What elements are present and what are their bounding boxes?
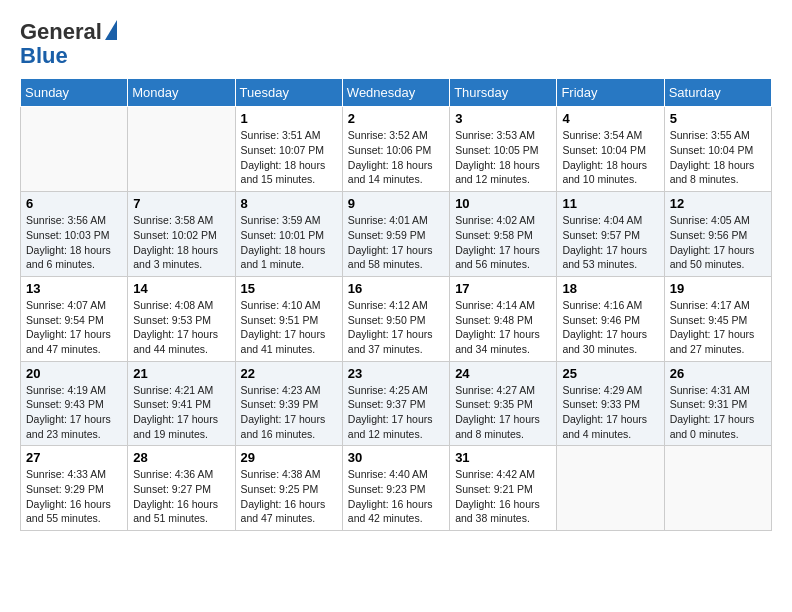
day-number: 11 bbox=[562, 196, 658, 211]
calendar-cell: 31Sunrise: 4:42 AM Sunset: 9:21 PM Dayli… bbox=[450, 446, 557, 531]
calendar-cell: 9Sunrise: 4:01 AM Sunset: 9:59 PM Daylig… bbox=[342, 192, 449, 277]
day-info: Sunrise: 4:19 AM Sunset: 9:43 PM Dayligh… bbox=[26, 383, 122, 442]
day-info: Sunrise: 4:27 AM Sunset: 9:35 PM Dayligh… bbox=[455, 383, 551, 442]
day-info: Sunrise: 4:04 AM Sunset: 9:57 PM Dayligh… bbox=[562, 213, 658, 272]
calendar-cell bbox=[21, 107, 128, 192]
day-info: Sunrise: 4:42 AM Sunset: 9:21 PM Dayligh… bbox=[455, 467, 551, 526]
logo-triangle-icon bbox=[105, 20, 117, 40]
day-number: 22 bbox=[241, 366, 337, 381]
calendar-table: SundayMondayTuesdayWednesdayThursdayFrid… bbox=[20, 78, 772, 531]
day-number: 19 bbox=[670, 281, 766, 296]
day-number: 14 bbox=[133, 281, 229, 296]
weekday-header-saturday: Saturday bbox=[664, 79, 771, 107]
calendar-week-2: 6Sunrise: 3:56 AM Sunset: 10:03 PM Dayli… bbox=[21, 192, 772, 277]
day-info: Sunrise: 3:54 AM Sunset: 10:04 PM Daylig… bbox=[562, 128, 658, 187]
weekday-header-tuesday: Tuesday bbox=[235, 79, 342, 107]
day-info: Sunrise: 4:36 AM Sunset: 9:27 PM Dayligh… bbox=[133, 467, 229, 526]
day-number: 30 bbox=[348, 450, 444, 465]
calendar-cell: 21Sunrise: 4:21 AM Sunset: 9:41 PM Dayli… bbox=[128, 361, 235, 446]
calendar-cell bbox=[128, 107, 235, 192]
logo-blue: Blue bbox=[20, 44, 68, 68]
day-number: 9 bbox=[348, 196, 444, 211]
day-number: 2 bbox=[348, 111, 444, 126]
calendar-cell: 16Sunrise: 4:12 AM Sunset: 9:50 PM Dayli… bbox=[342, 276, 449, 361]
day-info: Sunrise: 4:23 AM Sunset: 9:39 PM Dayligh… bbox=[241, 383, 337, 442]
calendar-week-5: 27Sunrise: 4:33 AM Sunset: 9:29 PM Dayli… bbox=[21, 446, 772, 531]
calendar-cell: 4Sunrise: 3:54 AM Sunset: 10:04 PM Dayli… bbox=[557, 107, 664, 192]
day-number: 24 bbox=[455, 366, 551, 381]
day-info: Sunrise: 4:16 AM Sunset: 9:46 PM Dayligh… bbox=[562, 298, 658, 357]
day-number: 1 bbox=[241, 111, 337, 126]
day-number: 15 bbox=[241, 281, 337, 296]
day-info: Sunrise: 4:38 AM Sunset: 9:25 PM Dayligh… bbox=[241, 467, 337, 526]
calendar-cell: 22Sunrise: 4:23 AM Sunset: 9:39 PM Dayli… bbox=[235, 361, 342, 446]
day-info: Sunrise: 3:51 AM Sunset: 10:07 PM Daylig… bbox=[241, 128, 337, 187]
day-info: Sunrise: 3:58 AM Sunset: 10:02 PM Daylig… bbox=[133, 213, 229, 272]
calendar-week-1: 1Sunrise: 3:51 AM Sunset: 10:07 PM Dayli… bbox=[21, 107, 772, 192]
day-number: 29 bbox=[241, 450, 337, 465]
day-number: 5 bbox=[670, 111, 766, 126]
calendar-cell: 15Sunrise: 4:10 AM Sunset: 9:51 PM Dayli… bbox=[235, 276, 342, 361]
day-info: Sunrise: 4:05 AM Sunset: 9:56 PM Dayligh… bbox=[670, 213, 766, 272]
weekday-header-thursday: Thursday bbox=[450, 79, 557, 107]
day-number: 25 bbox=[562, 366, 658, 381]
logo: General Blue bbox=[20, 20, 117, 68]
day-info: Sunrise: 3:55 AM Sunset: 10:04 PM Daylig… bbox=[670, 128, 766, 187]
calendar-cell: 23Sunrise: 4:25 AM Sunset: 9:37 PM Dayli… bbox=[342, 361, 449, 446]
day-number: 21 bbox=[133, 366, 229, 381]
day-info: Sunrise: 4:14 AM Sunset: 9:48 PM Dayligh… bbox=[455, 298, 551, 357]
day-number: 6 bbox=[26, 196, 122, 211]
calendar-week-4: 20Sunrise: 4:19 AM Sunset: 9:43 PM Dayli… bbox=[21, 361, 772, 446]
calendar-cell: 10Sunrise: 4:02 AM Sunset: 9:58 PM Dayli… bbox=[450, 192, 557, 277]
weekday-header-wednesday: Wednesday bbox=[342, 79, 449, 107]
day-number: 17 bbox=[455, 281, 551, 296]
day-number: 4 bbox=[562, 111, 658, 126]
day-number: 10 bbox=[455, 196, 551, 211]
calendar-cell bbox=[557, 446, 664, 531]
calendar-cell: 29Sunrise: 4:38 AM Sunset: 9:25 PM Dayli… bbox=[235, 446, 342, 531]
day-info: Sunrise: 4:02 AM Sunset: 9:58 PM Dayligh… bbox=[455, 213, 551, 272]
calendar-cell: 8Sunrise: 3:59 AM Sunset: 10:01 PM Dayli… bbox=[235, 192, 342, 277]
page-header: General Blue bbox=[20, 20, 772, 68]
day-info: Sunrise: 4:07 AM Sunset: 9:54 PM Dayligh… bbox=[26, 298, 122, 357]
day-number: 28 bbox=[133, 450, 229, 465]
day-info: Sunrise: 4:12 AM Sunset: 9:50 PM Dayligh… bbox=[348, 298, 444, 357]
calendar-week-3: 13Sunrise: 4:07 AM Sunset: 9:54 PM Dayli… bbox=[21, 276, 772, 361]
calendar-cell: 24Sunrise: 4:27 AM Sunset: 9:35 PM Dayli… bbox=[450, 361, 557, 446]
day-info: Sunrise: 3:59 AM Sunset: 10:01 PM Daylig… bbox=[241, 213, 337, 272]
calendar-cell: 30Sunrise: 4:40 AM Sunset: 9:23 PM Dayli… bbox=[342, 446, 449, 531]
day-number: 23 bbox=[348, 366, 444, 381]
day-info: Sunrise: 3:56 AM Sunset: 10:03 PM Daylig… bbox=[26, 213, 122, 272]
day-number: 31 bbox=[455, 450, 551, 465]
day-number: 8 bbox=[241, 196, 337, 211]
calendar-cell: 26Sunrise: 4:31 AM Sunset: 9:31 PM Dayli… bbox=[664, 361, 771, 446]
day-number: 20 bbox=[26, 366, 122, 381]
calendar-cell: 19Sunrise: 4:17 AM Sunset: 9:45 PM Dayli… bbox=[664, 276, 771, 361]
calendar-cell: 14Sunrise: 4:08 AM Sunset: 9:53 PM Dayli… bbox=[128, 276, 235, 361]
calendar-cell: 11Sunrise: 4:04 AM Sunset: 9:57 PM Dayli… bbox=[557, 192, 664, 277]
calendar-cell: 3Sunrise: 3:53 AM Sunset: 10:05 PM Dayli… bbox=[450, 107, 557, 192]
day-info: Sunrise: 4:01 AM Sunset: 9:59 PM Dayligh… bbox=[348, 213, 444, 272]
day-info: Sunrise: 4:31 AM Sunset: 9:31 PM Dayligh… bbox=[670, 383, 766, 442]
calendar-cell: 27Sunrise: 4:33 AM Sunset: 9:29 PM Dayli… bbox=[21, 446, 128, 531]
weekday-header-sunday: Sunday bbox=[21, 79, 128, 107]
day-info: Sunrise: 4:33 AM Sunset: 9:29 PM Dayligh… bbox=[26, 467, 122, 526]
day-number: 3 bbox=[455, 111, 551, 126]
weekday-header-monday: Monday bbox=[128, 79, 235, 107]
calendar-cell: 12Sunrise: 4:05 AM Sunset: 9:56 PM Dayli… bbox=[664, 192, 771, 277]
calendar-cell: 18Sunrise: 4:16 AM Sunset: 9:46 PM Dayli… bbox=[557, 276, 664, 361]
day-info: Sunrise: 4:25 AM Sunset: 9:37 PM Dayligh… bbox=[348, 383, 444, 442]
day-info: Sunrise: 4:40 AM Sunset: 9:23 PM Dayligh… bbox=[348, 467, 444, 526]
calendar-cell: 28Sunrise: 4:36 AM Sunset: 9:27 PM Dayli… bbox=[128, 446, 235, 531]
calendar-cell: 5Sunrise: 3:55 AM Sunset: 10:04 PM Dayli… bbox=[664, 107, 771, 192]
calendar-cell bbox=[664, 446, 771, 531]
calendar-cell: 7Sunrise: 3:58 AM Sunset: 10:02 PM Dayli… bbox=[128, 192, 235, 277]
day-info: Sunrise: 4:10 AM Sunset: 9:51 PM Dayligh… bbox=[241, 298, 337, 357]
day-info: Sunrise: 4:21 AM Sunset: 9:41 PM Dayligh… bbox=[133, 383, 229, 442]
day-info: Sunrise: 3:52 AM Sunset: 10:06 PM Daylig… bbox=[348, 128, 444, 187]
weekday-header-friday: Friday bbox=[557, 79, 664, 107]
day-number: 7 bbox=[133, 196, 229, 211]
logo-general: General bbox=[20, 20, 102, 44]
calendar-cell: 13Sunrise: 4:07 AM Sunset: 9:54 PM Dayli… bbox=[21, 276, 128, 361]
day-info: Sunrise: 4:29 AM Sunset: 9:33 PM Dayligh… bbox=[562, 383, 658, 442]
